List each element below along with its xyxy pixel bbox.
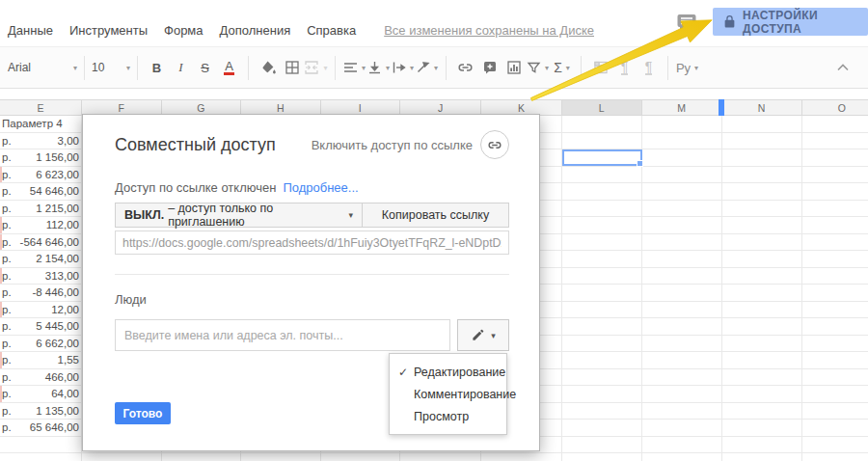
cell[interactable] bbox=[802, 318, 868, 336]
cell[interactable] bbox=[722, 403, 802, 420]
cell[interactable] bbox=[642, 217, 722, 234]
cell-e-value[interactable]: р.313,00 bbox=[0, 268, 82, 285]
vertical-align-button[interactable]: ▾ bbox=[366, 55, 391, 80]
cell[interactable] bbox=[562, 133, 642, 150]
insert-link-button[interactable] bbox=[453, 55, 477, 80]
cell[interactable] bbox=[562, 251, 642, 268]
permission-menu-item[interactable]: Комментирование bbox=[390, 383, 506, 405]
cell-e-value[interactable]: р.64,00 bbox=[0, 386, 82, 403]
done-button[interactable]: Готово bbox=[115, 402, 171, 424]
cell[interactable] bbox=[642, 302, 722, 319]
cell-e-value[interactable]: р.1 135,00 bbox=[0, 403, 82, 420]
font-family-select[interactable]: Arial ▾ bbox=[8, 55, 77, 80]
cell-e-value[interactable]: р.-564 646,00 bbox=[0, 234, 82, 252]
cell[interactable] bbox=[802, 251, 868, 268]
italic-button[interactable]: I bbox=[169, 55, 193, 80]
cell[interactable] bbox=[481, 453, 562, 461]
cell[interactable] bbox=[722, 116, 802, 133]
cell-e-value[interactable]: р.6 623,00 bbox=[0, 167, 82, 184]
cell-e-value[interactable]: р.2 154,00 bbox=[0, 251, 82, 268]
cell[interactable] bbox=[562, 318, 642, 336]
share-settings-button[interactable]: НАСТРОЙКИ ДОСТУПА bbox=[713, 8, 868, 36]
strikethrough-button[interactable]: S bbox=[193, 55, 217, 80]
cell[interactable] bbox=[802, 234, 868, 252]
cell-e-value[interactable]: р.1 156,00 bbox=[0, 149, 82, 167]
cell[interactable] bbox=[802, 369, 868, 387]
cell[interactable] bbox=[562, 386, 642, 403]
text-direction-rtl-button[interactable]: ¶ bbox=[637, 55, 661, 80]
permission-dropdown-button[interactable]: ▾ bbox=[457, 319, 509, 351]
column-header-E[interactable]: E bbox=[0, 99, 82, 116]
people-invite-input[interactable] bbox=[115, 319, 450, 351]
menu-item-addons[interactable]: Дополнения bbox=[220, 23, 291, 38]
text-direction-ltr-button[interactable]: ¶ bbox=[612, 55, 637, 80]
cell[interactable] bbox=[562, 352, 642, 369]
cell[interactable] bbox=[562, 234, 642, 252]
cell[interactable] bbox=[722, 352, 802, 369]
collapse-toolbar-button[interactable] bbox=[830, 55, 854, 80]
cell[interactable] bbox=[642, 149, 722, 167]
cell[interactable] bbox=[722, 302, 802, 319]
permission-menu-item[interactable]: Просмотр bbox=[390, 405, 506, 427]
cell[interactable] bbox=[722, 234, 802, 252]
cell[interactable] bbox=[642, 116, 722, 133]
cell[interactable] bbox=[642, 234, 722, 252]
cell[interactable] bbox=[562, 453, 642, 461]
cell[interactable] bbox=[642, 201, 722, 218]
menu-item-data[interactable]: Данные bbox=[8, 23, 53, 38]
cell[interactable] bbox=[722, 183, 802, 201]
cell[interactable] bbox=[722, 268, 802, 285]
cell[interactable] bbox=[802, 302, 868, 319]
text-color-button[interactable]: A bbox=[217, 55, 241, 80]
cell[interactable] bbox=[802, 386, 868, 403]
save-status-link[interactable]: Все изменения сохранены на Диске bbox=[384, 23, 594, 38]
column-header-O[interactable]: O bbox=[802, 99, 868, 116]
cell[interactable] bbox=[722, 149, 802, 167]
selected-cell[interactable] bbox=[562, 149, 642, 167]
cell-e-value[interactable]: р.466,00 bbox=[0, 369, 82, 387]
freeze-button[interactable] bbox=[588, 55, 612, 80]
fill-color-button[interactable] bbox=[256, 55, 280, 80]
cell[interactable] bbox=[722, 285, 802, 302]
cell[interactable] bbox=[722, 167, 802, 184]
cell[interactable] bbox=[0, 453, 82, 461]
cell[interactable] bbox=[642, 386, 722, 403]
column-header-L[interactable]: L bbox=[562, 99, 642, 116]
cell-e-value[interactable]: р.5 445,00 bbox=[0, 318, 82, 336]
cell-e-value[interactable]: р.12,00 bbox=[0, 302, 82, 319]
cell[interactable] bbox=[802, 183, 868, 201]
cell[interactable] bbox=[162, 453, 242, 461]
document-url-input[interactable] bbox=[115, 230, 509, 255]
locale-select[interactable]: Ру ▾ bbox=[675, 55, 699, 80]
cell[interactable] bbox=[802, 133, 868, 150]
cell-e-value[interactable]: р.54 646,00 bbox=[0, 183, 82, 201]
filter-button[interactable]: ▾ bbox=[526, 55, 550, 80]
cell[interactable] bbox=[802, 201, 868, 218]
cell-e-header[interactable]: Параметр 4 bbox=[0, 116, 82, 133]
cell[interactable] bbox=[722, 437, 802, 454]
cell[interactable] bbox=[722, 251, 802, 268]
cell[interactable] bbox=[562, 268, 642, 285]
more-details-link[interactable]: Подробнее... bbox=[283, 180, 358, 195]
cell-e-value[interactable]: р.1 215,00 bbox=[0, 201, 82, 218]
cell[interactable] bbox=[562, 369, 642, 387]
cell[interactable] bbox=[241, 453, 321, 461]
cell[interactable] bbox=[722, 453, 802, 461]
cell[interactable] bbox=[642, 251, 722, 268]
merge-cells-button[interactable]: ▾ bbox=[304, 55, 328, 80]
enable-link-button[interactable] bbox=[480, 130, 509, 159]
cell[interactable] bbox=[802, 167, 868, 184]
cell-e-value[interactable]: р.1,55 bbox=[0, 352, 82, 369]
cell[interactable] bbox=[722, 369, 802, 387]
cell[interactable] bbox=[802, 437, 868, 454]
cell[interactable] bbox=[562, 285, 642, 302]
cell[interactable] bbox=[722, 336, 802, 353]
cell[interactable] bbox=[722, 420, 802, 437]
text-wrap-button[interactable]: ▾ bbox=[391, 55, 415, 80]
column-header-M[interactable]: M bbox=[642, 99, 722, 116]
cell[interactable] bbox=[642, 437, 722, 454]
access-level-dropdown[interactable]: ВЫКЛ. – доступ только по приглашению ▾ bbox=[115, 203, 363, 228]
copy-link-button[interactable]: Копировать ссылку bbox=[363, 203, 509, 228]
borders-button[interactable] bbox=[280, 55, 304, 80]
cell[interactable] bbox=[722, 386, 802, 403]
